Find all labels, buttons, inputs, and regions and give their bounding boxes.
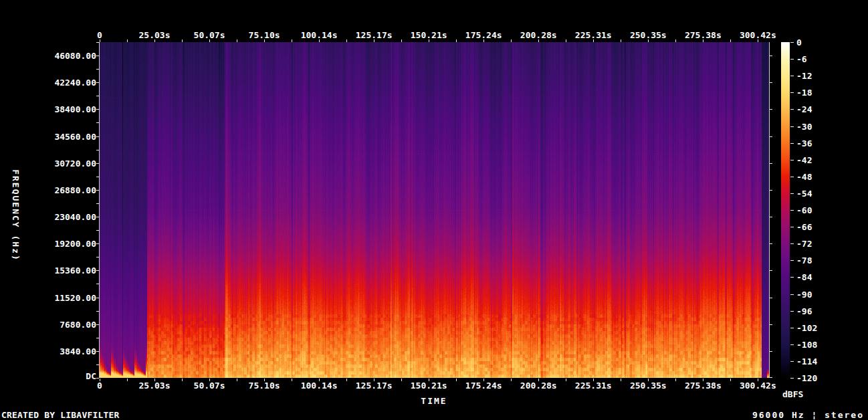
freq-tick-mark-left	[96, 122, 99, 123]
freq-tick-mark-left	[96, 324, 99, 325]
x-tick-mark-top	[154, 39, 155, 42]
freq-tick-mark-left	[96, 177, 99, 177]
db-tick-label: -72	[796, 239, 812, 248]
db-tick-mark	[790, 210, 794, 211]
freq-tick-mark-left	[96, 217, 99, 217]
freq-tick-mark-left	[96, 109, 99, 110]
db-tick-label: -42	[796, 155, 812, 164]
db-tick-label: -114	[796, 356, 817, 365]
freq-tick-mark-right	[770, 190, 772, 191]
x-tick-mark-top	[292, 39, 292, 42]
x-tick-label-top: 125.17s	[356, 31, 393, 39]
plot-left-border	[99, 42, 100, 378]
x-tick-mark-bottom	[758, 379, 758, 381]
x-tick-label-bottom: 125.17s	[356, 381, 393, 390]
freq-tick-label: 23040.00	[54, 213, 96, 221]
db-tick-label: -90	[796, 290, 812, 298]
x-tick-label-top: 275.38s	[685, 31, 722, 39]
freq-tick-mark-right	[770, 163, 772, 164]
db-tick-mark	[790, 177, 794, 177]
db-tick-mark	[790, 311, 794, 312]
x-tick-label-bottom: 25.03s	[139, 381, 171, 390]
x-tick-mark-bottom	[292, 379, 292, 381]
freq-tick-mark-left	[96, 203, 99, 204]
freq-tick-mark-left	[96, 364, 99, 365]
spectrogram-canvas	[100, 42, 769, 378]
db-tick-mark	[790, 126, 794, 127]
plot-right-border	[769, 42, 770, 378]
x-tick-label-top: 0	[97, 31, 102, 39]
x-tick-mark-top	[675, 39, 676, 42]
x-tick-mark-bottom	[209, 379, 210, 381]
x-tick-label-top: 200.28s	[520, 31, 557, 39]
x-tick-label-top: 50.07s	[194, 31, 225, 39]
db-tick-label: -54	[796, 189, 812, 197]
x-tick-mark-top	[538, 39, 539, 42]
freq-tick-mark-left	[96, 270, 99, 271]
x-tick-label-bottom: 225.31s	[575, 381, 612, 390]
x-tick-mark-bottom	[538, 379, 539, 381]
db-tick-mark	[790, 193, 794, 194]
x-tick-label-bottom: 200.28s	[520, 381, 557, 390]
x-tick-mark-bottom	[675, 379, 676, 381]
x-tick-label-top: 150.21s	[411, 31, 447, 39]
x-tick-mark-top	[401, 39, 402, 42]
freq-tick-mark-right	[770, 351, 772, 352]
freq-tick-mark-left	[96, 298, 99, 298]
x-tick-mark-top	[429, 39, 429, 42]
db-tick-mark	[790, 109, 794, 110]
freq-tick-label: 7680.00	[60, 320, 96, 328]
x-tick-mark-top	[374, 39, 374, 42]
freq-tick-mark-left	[96, 230, 99, 231]
x-tick-mark-top	[730, 39, 731, 42]
db-tick-label: -24	[796, 105, 812, 114]
x-tick-mark-bottom	[593, 379, 594, 381]
db-tick-label: -12	[796, 72, 812, 80]
freq-tick-label: 38400.00	[54, 105, 96, 114]
x-tick-mark-bottom	[511, 379, 512, 381]
freq-tick-mark-left	[96, 257, 99, 257]
x-tick-mark-top	[346, 39, 347, 42]
freq-tick-mark-right	[770, 324, 772, 325]
db-tick-mark	[790, 277, 794, 278]
x-tick-mark-top	[648, 39, 649, 42]
x-tick-mark-bottom	[100, 379, 100, 381]
x-tick-mark-bottom	[374, 379, 374, 381]
colorbar-unit-label: dBFS	[782, 390, 803, 399]
spectrogram-screen: FREQUENCY (Hz) TIME dBFS CREATED BY LIBA…	[0, 0, 868, 420]
db-tick-label: -18	[796, 88, 812, 97]
x-tick-mark-top	[483, 39, 484, 42]
db-tick-mark	[790, 344, 794, 345]
freq-tick-mark-left	[96, 311, 99, 312]
x-tick-label-bottom: 275.38s	[685, 381, 722, 390]
freq-tick-label: 34560.00	[54, 132, 96, 140]
x-tick-mark-bottom	[401, 379, 402, 381]
x-tick-label-top: 25.03s	[139, 31, 171, 39]
freq-tick-mark-left	[96, 136, 99, 137]
db-tick-mark	[790, 328, 794, 328]
db-tick-mark	[790, 227, 794, 227]
x-tick-label-bottom: 75.10s	[249, 381, 280, 390]
freq-tick-mark-left	[96, 42, 99, 43]
x-tick-label-top: 75.10s	[249, 31, 280, 39]
freq-tick-label: 19200.00	[54, 239, 96, 248]
freq-tick-label: 42240.00	[54, 78, 96, 87]
db-tick-mark	[790, 361, 794, 362]
freq-tick-mark-right	[770, 217, 772, 217]
x-tick-mark-top	[593, 39, 594, 42]
db-tick-mark	[790, 260, 794, 261]
x-tick-label-bottom: 50.07s	[194, 381, 225, 390]
x-tick-mark-top	[758, 39, 758, 42]
db-tick-label: -6	[796, 55, 807, 64]
freq-tick-mark-left	[96, 243, 99, 244]
db-tick-label: -120	[796, 374, 817, 383]
freq-tick-mark-left	[96, 56, 99, 56]
x-tick-mark-bottom	[648, 379, 649, 381]
x-tick-mark-bottom	[566, 379, 566, 381]
db-tick-mark	[790, 378, 794, 379]
x-tick-mark-bottom	[703, 379, 703, 381]
x-tick-mark-top	[127, 39, 128, 42]
freq-tick-mark-right	[770, 270, 772, 271]
freq-tick-mark-left	[96, 69, 99, 70]
freq-tick-mark-left	[96, 190, 99, 191]
